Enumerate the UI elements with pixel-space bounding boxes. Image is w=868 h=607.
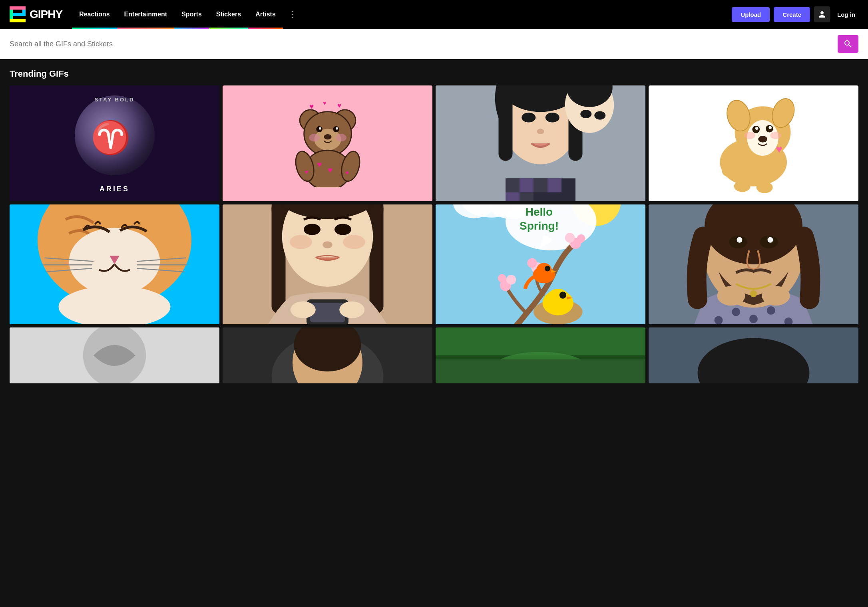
svg-rect-37 [520, 179, 534, 192]
svg-rect-30 [499, 85, 513, 161]
svg-point-34 [537, 129, 544, 134]
gif-item-girl[interactable] [436, 85, 645, 201]
svg-point-142 [750, 290, 757, 298]
svg-text:♥: ♥ [305, 169, 308, 175]
svg-rect-36 [506, 179, 520, 192]
kim-svg: GQ [223, 204, 432, 324]
svg-text:♥: ♥ [337, 101, 341, 109]
search-input[interactable] [10, 37, 838, 52]
search-bar [10, 35, 858, 53]
bottom-left-svg [10, 327, 219, 383]
svg-point-56 [744, 131, 755, 139]
svg-point-85 [334, 224, 351, 235]
giphy-logo-icon [10, 6, 26, 22]
gif-item-bottom-left[interactable] [10, 327, 219, 383]
gif-item-bottom-right[interactable] [649, 327, 858, 383]
gif-item-man[interactable] [649, 204, 858, 324]
svg-point-113 [577, 234, 585, 243]
svg-text:Hello: Hello [526, 206, 553, 218]
nav-item-reactions[interactable]: Reactions [72, 0, 117, 29]
trending-title: Trending GIFs [10, 69, 858, 79]
svg-point-61 [757, 182, 773, 193]
navbar: GIPHY Reactions Entertainment Sports Sti… [0, 0, 868, 29]
svg-point-54 [769, 126, 772, 129]
svg-point-13 [324, 134, 331, 139]
gif-item-aries[interactable]: STAY BOLD ♈ ARIES [10, 85, 219, 201]
svg-rect-4 [13, 13, 22, 16]
svg-point-12 [336, 127, 338, 130]
aries-label: ARIES [100, 185, 129, 193]
svg-point-121 [545, 266, 550, 272]
svg-point-45 [580, 110, 591, 118]
nav-item-artists[interactable]: Artists [248, 0, 283, 29]
svg-point-139 [768, 237, 773, 243]
nav-links: Reactions Entertainment Sports Stickers … [72, 0, 725, 29]
svg-point-44 [594, 111, 605, 120]
svg-point-11 [319, 127, 321, 130]
svg-point-110 [527, 258, 537, 268]
gif-grid-row-1: STAY BOLD ♈ ARIES [10, 85, 858, 201]
svg-rect-81 [370, 204, 384, 313]
svg-text:♥: ♥ [345, 169, 349, 176]
svg-point-117 [559, 292, 567, 299]
gif-item-bear[interactable]: ♥ ♥ ♥ ♥ ♥ ♥ ♥ [223, 85, 432, 201]
user-icon-button[interactable] [814, 6, 830, 22]
nav-item-sports[interactable]: Sports [174, 0, 209, 29]
svg-rect-90 [310, 303, 345, 322]
main-content: Trending GIFs STAY BOLD ♈ ARIES [0, 59, 868, 396]
gif-item-kim[interactable]: GQ [223, 204, 432, 324]
svg-point-138 [737, 237, 743, 243]
svg-rect-2 [22, 10, 26, 16]
svg-text:♥: ♥ [323, 100, 326, 106]
stay-bold-text: STAY BOLD [95, 97, 135, 103]
upload-button[interactable]: Upload [732, 7, 770, 22]
create-button[interactable]: Create [774, 7, 810, 22]
bottom-center-svg [223, 327, 432, 383]
nav-right: Upload Create Log in [732, 6, 858, 22]
aries-symbol: ♈ [91, 119, 131, 157]
gif-grid-row-3 [10, 327, 858, 383]
gif-item-corgi[interactable]: ♥ [649, 85, 858, 201]
gif-item-spring[interactable]: Hello Spring! [436, 204, 645, 324]
logo[interactable]: GIPHY [10, 6, 62, 22]
svg-rect-80 [272, 204, 286, 313]
search-section [0, 29, 868, 59]
svg-point-87 [290, 235, 312, 249]
man-svg [649, 204, 858, 324]
spring-svg: Hello Spring! [436, 204, 645, 324]
svg-point-124 [715, 316, 723, 325]
svg-point-33 [545, 113, 559, 123]
svg-point-140 [717, 286, 745, 305]
gif-item-cat[interactable] [10, 204, 219, 324]
nav-item-stickers[interactable]: Stickers [209, 0, 248, 29]
svg-point-112 [565, 233, 575, 243]
more-options-button[interactable]: ⋮ [283, 0, 301, 29]
svg-point-107 [506, 275, 516, 285]
bottom-right-svg [649, 327, 858, 383]
svg-point-125 [732, 308, 740, 316]
gif-item-bottom-center-1[interactable] [223, 327, 432, 383]
svg-point-108 [498, 274, 506, 283]
svg-point-91 [291, 302, 316, 318]
svg-point-57 [770, 131, 781, 139]
svg-point-53 [755, 127, 758, 129]
svg-rect-1 [10, 6, 26, 10]
svg-text:♥: ♥ [309, 102, 314, 111]
svg-point-15 [336, 134, 346, 141]
svg-rect-3 [10, 19, 26, 22]
svg-point-60 [734, 181, 751, 192]
svg-text:♥: ♥ [317, 160, 322, 169]
gif-item-bottom-center-2[interactable] [436, 327, 645, 383]
nav-item-entertainment[interactable]: Entertainment [117, 0, 175, 29]
svg-rect-39 [547, 179, 561, 192]
corgi-svg: ♥ [659, 91, 848, 196]
svg-point-127 [767, 306, 775, 315]
search-icon [843, 39, 853, 49]
search-button[interactable] [838, 35, 858, 53]
girl-svg [436, 85, 645, 201]
svg-point-32 [522, 113, 536, 123]
login-button[interactable]: Log in [834, 7, 858, 22]
svg-point-126 [749, 315, 758, 323]
svg-point-88 [343, 235, 365, 249]
svg-point-86 [323, 241, 332, 248]
